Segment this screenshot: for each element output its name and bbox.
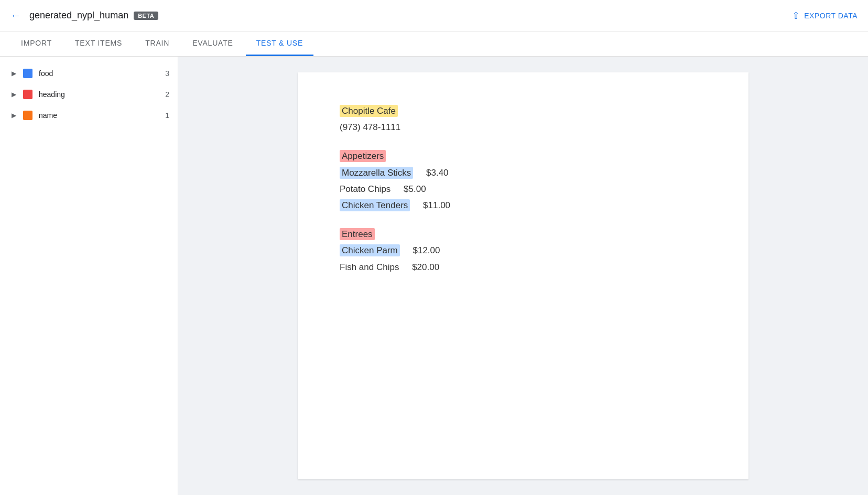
doc-potato-line: Potato Chips $5.00 (340, 182, 707, 196)
document-content: Chopitle Cafe (973) 478-1111 Appetizers … (298, 72, 748, 479)
mozzarella-highlight: Mozzarella Sticks (340, 167, 413, 179)
tab-evaluate[interactable]: EVALUATE (182, 31, 243, 56)
sidebar: ▶ food 3 ▶ heading 2 ▶ name 1 (0, 57, 178, 495)
heading-label-count: 2 (159, 90, 169, 99)
name-label-name: name (39, 111, 159, 120)
sidebar-item-heading[interactable]: ▶ heading 2 (0, 84, 178, 105)
doc-header-section: Chopitle Cafe (973) 478-1111 (340, 104, 707, 134)
food-label-name: food (39, 69, 159, 78)
appetizers-heading-highlight: Appetizers (340, 150, 386, 162)
export-button[interactable]: ⇧ EXPORT DATA (792, 10, 858, 21)
chevron-icon-heading: ▶ (8, 89, 19, 100)
tab-import[interactable]: IMPORT (10, 31, 62, 56)
heading-color-swatch (23, 90, 32, 99)
top-bar: ← generated_nypl_human BETA ⇧ EXPORT DAT… (0, 0, 868, 31)
nav-tabs: IMPORT TEXT ITEMS TRAIN EVALUATE TEST & … (0, 31, 868, 57)
doc-phone: (973) 478-1111 (340, 122, 400, 132)
potato-chips: Potato Chips (340, 184, 390, 194)
potato-price: $5.00 (404, 184, 426, 194)
upload-icon: ⇧ (792, 10, 800, 21)
doc-phone-line: (973) 478-1111 (340, 120, 707, 134)
cafe-name-highlight: Chopitle Cafe (340, 105, 398, 117)
doc-appetizers-heading-line: Appetizers (340, 149, 707, 163)
document-area: Chopitle Cafe (973) 478-1111 Appetizers … (178, 57, 868, 495)
doc-mozzarella-line: Mozzarella Sticks $3.40 (340, 166, 707, 180)
doc-cafe-name-line: Chopitle Cafe (340, 104, 707, 118)
fish-chips-price: $20.00 (412, 262, 439, 272)
food-label-count: 3 (159, 69, 169, 78)
chicken-tenders-price: $11.00 (423, 200, 450, 210)
doc-fish-chips-line: Fish and Chips $20.00 (340, 260, 707, 274)
doc-chicken-parm-line: Chicken Parm $12.00 (340, 243, 707, 257)
sidebar-item-food[interactable]: ▶ food 3 (0, 63, 178, 84)
chicken-tenders-highlight: Chicken Tenders (340, 199, 410, 211)
tab-text-items[interactable]: TEXT ITEMS (64, 31, 133, 56)
heading-label-name: heading (39, 90, 159, 99)
chicken-parm-price: $12.00 (413, 245, 440, 255)
chevron-icon-name: ▶ (8, 110, 19, 121)
doc-entrees-section: Entrees Chicken Parm $12.00 Fish and Chi… (340, 227, 707, 274)
mozzarella-price: $3.40 (426, 168, 449, 178)
doc-appetizers-section: Appetizers Mozzarella Sticks $3.40 Potat… (340, 149, 707, 212)
sidebar-item-name[interactable]: ▶ name 1 (0, 105, 178, 126)
chevron-icon-food: ▶ (8, 68, 19, 79)
tab-test-use[interactable]: TEST & USE (246, 31, 313, 56)
name-color-swatch (23, 111, 32, 120)
entrees-heading-highlight: Entrees (340, 228, 375, 240)
main-content: ▶ food 3 ▶ heading 2 ▶ name 1 Chopitle C… (0, 57, 868, 495)
project-title: generated_nypl_human (29, 10, 128, 21)
beta-badge: BETA (134, 12, 158, 20)
chicken-parm-highlight: Chicken Parm (340, 244, 400, 256)
back-button[interactable]: ← (10, 9, 21, 21)
doc-chicken-tenders-line: Chicken Tenders $11.00 (340, 198, 707, 212)
export-label: EXPORT DATA (804, 12, 858, 20)
name-label-count: 1 (159, 111, 169, 120)
food-color-swatch (23, 69, 32, 78)
doc-entrees-heading-line: Entrees (340, 227, 707, 241)
tab-train[interactable]: TRAIN (135, 31, 180, 56)
fish-chips: Fish and Chips (340, 262, 399, 272)
